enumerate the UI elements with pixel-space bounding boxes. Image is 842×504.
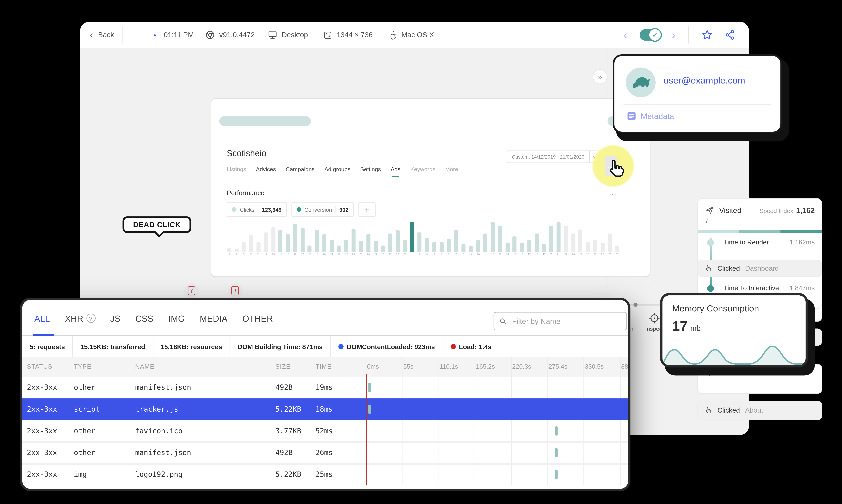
chart-bar: [315, 230, 319, 252]
chart-bar: [359, 241, 363, 252]
request-row-favicon.ico[interactable]: 2xx-3xxotherfavicon.ico3.77KB52ms: [22, 420, 628, 442]
chart-bar: [308, 246, 312, 252]
issue-marker-pin[interactable]: i: [184, 283, 199, 299]
page-nav-tabs: ListingsAdvicesCampaignsAd groupsSetting…: [227, 166, 650, 177]
autoplay-toggle[interactable]: ✓: [640, 22, 660, 48]
page-tab-campaigns[interactable]: Campaigns: [286, 166, 315, 177]
network-tab-js[interactable]: JS: [110, 313, 121, 323]
network-tab-label: CSS: [136, 313, 154, 323]
chart-bar-slot: 18: [533, 221, 540, 257]
column-name[interactable]: NAME: [135, 363, 155, 370]
timing-dot: [707, 239, 714, 246]
date-range-value: Custom: 14/12/2019 - 21/01/2020: [507, 154, 589, 160]
metadata-button[interactable]: Metadata: [627, 112, 674, 121]
column-size[interactable]: SIZE: [275, 363, 290, 370]
event-card-clicked-dashboard[interactable]: Clicked Dashboard: [697, 260, 822, 277]
network-tab-all[interactable]: ALL: [34, 313, 50, 323]
network-tab-img[interactable]: IMG: [168, 313, 185, 323]
country-flag-icon: [150, 32, 160, 38]
timing-dot: [707, 285, 714, 292]
column-time[interactable]: TIME: [316, 363, 332, 370]
timeline-event-dot[interactable]: [634, 303, 638, 307]
page-tab-ads[interactable]: Ads: [391, 166, 401, 177]
waterfall-bar: [555, 448, 557, 457]
chart-x-label: 29: [616, 252, 619, 256]
help-icon[interactable]: ?: [86, 313, 95, 323]
chart-bar: [322, 234, 326, 252]
chart-bar-slot: 22: [335, 221, 342, 257]
collapse-sidebar-button[interactable]: »: [593, 69, 607, 84]
topbar-divider: [688, 26, 689, 43]
metric-chip-conversion[interactable]: Conversion 902: [291, 202, 354, 217]
network-stat: DOMContentLoaded: 923ms: [331, 336, 443, 357]
column-type[interactable]: TYPE: [74, 363, 91, 370]
section-menu-button[interactable]: ...: [609, 188, 617, 196]
request-row-manifest.json[interactable]: 2xx-3xxothermanifest.json492B26ms: [22, 442, 628, 464]
prev-session-button[interactable]: ‹: [624, 22, 627, 48]
network-tab-media[interactable]: MEDIA: [200, 313, 228, 323]
request-row-logo192.png[interactable]: 2xx-3xximglogo192.png5.22KB25ms: [22, 464, 628, 485]
filter-input[interactable]: [511, 316, 621, 326]
event-type: Visited: [719, 206, 741, 215]
add-metric-button[interactable]: +: [358, 202, 375, 217]
chart-x-label: 10: [250, 252, 253, 256]
chart-bar: [264, 232, 268, 252]
issue-marker-pin[interactable]: i: [228, 283, 243, 299]
speed-bar-segment: [781, 230, 822, 233]
chart-bar-slot: 11: [255, 221, 262, 257]
next-session-button[interactable]: ›: [671, 22, 676, 48]
event-target: About: [745, 407, 763, 414]
cell-type: img: [74, 470, 87, 479]
chart-x-label: 18: [308, 252, 311, 256]
chart-bar-slot: 12: [262, 221, 269, 257]
chart-bar-slot: 26: [591, 221, 599, 257]
user-email[interactable]: user@example.com: [664, 76, 745, 86]
page-tab-settings[interactable]: Settings: [360, 166, 381, 177]
event-card-visited[interactable]: Visited: [697, 364, 822, 394]
chart-bar-slot: 14: [277, 221, 284, 257]
page-tab-more[interactable]: More: [445, 166, 458, 177]
collapse-icon: »: [598, 72, 602, 81]
page-tab-keywords[interactable]: Keywords: [410, 166, 435, 177]
page-tab-ad-groups[interactable]: Ad groups: [324, 166, 351, 177]
chart-bar: [381, 246, 385, 252]
favorite-button[interactable]: [701, 22, 713, 48]
event-type: Clicked: [717, 407, 740, 414]
network-tab-css[interactable]: CSS: [136, 313, 154, 323]
avatar: [626, 68, 656, 97]
date-range-select[interactable]: Custom: 14/12/2019 - 21/01/2020 ∨: [507, 150, 599, 163]
chart-bar: [454, 230, 458, 252]
chart-bar: [571, 233, 575, 252]
request-row-manifest.json[interactable]: 2xx-3xxothermanifest.json492B19ms: [22, 377, 628, 398]
network-stat: Load: 1.4s: [443, 336, 499, 357]
share-button[interactable]: [724, 22, 736, 48]
table-header: STATUS TYPE NAME SIZE TIME 0ms55s110.1s1…: [22, 357, 628, 377]
chart-x-label: 10: [477, 252, 480, 256]
visited-event-card[interactable]: Visited Speed Index1,162 / Time to Rende…: [697, 198, 822, 309]
network-tab-xhr[interactable]: XHR?: [65, 313, 95, 323]
page-tab-advices[interactable]: Advices: [256, 166, 276, 177]
chart-bar: [615, 246, 619, 252]
timing-value: 1,162ms: [789, 239, 815, 246]
clicked-icon: [705, 407, 712, 414]
event-type: Clicked: [717, 265, 740, 272]
page-tab-listings[interactable]: Listings: [227, 166, 246, 177]
column-status[interactable]: STATUS: [27, 363, 53, 370]
chart-x-label: 1: [412, 252, 413, 256]
back-button[interactable]: ‹ Back: [90, 22, 114, 48]
speed-bar-segment: [698, 230, 739, 233]
network-tab-other[interactable]: OTHER: [243, 313, 273, 323]
event-card-clicked-about[interactable]: Clicked About: [697, 401, 822, 420]
dead-click-label: DEAD CLICK: [133, 220, 181, 229]
chart-x-label: 16: [294, 252, 297, 256]
crosshair-icon: [649, 312, 660, 324]
chart-bar-slot: 20: [548, 221, 555, 257]
cell-status: 2xx-3xx: [27, 383, 57, 392]
tabs-divider: [22, 335, 628, 336]
chart-bar: [527, 240, 531, 252]
request-row-tracker.js[interactable]: 2xx-3xxscripttracker.js5.22KB18ms: [22, 398, 628, 420]
os-label: Mac OS X: [401, 31, 434, 39]
metric-chip-clicks[interactable]: Clicks 123,949: [227, 202, 287, 217]
speed-bar-segment: [739, 230, 781, 233]
cell-name: tracker.js: [135, 405, 178, 413]
